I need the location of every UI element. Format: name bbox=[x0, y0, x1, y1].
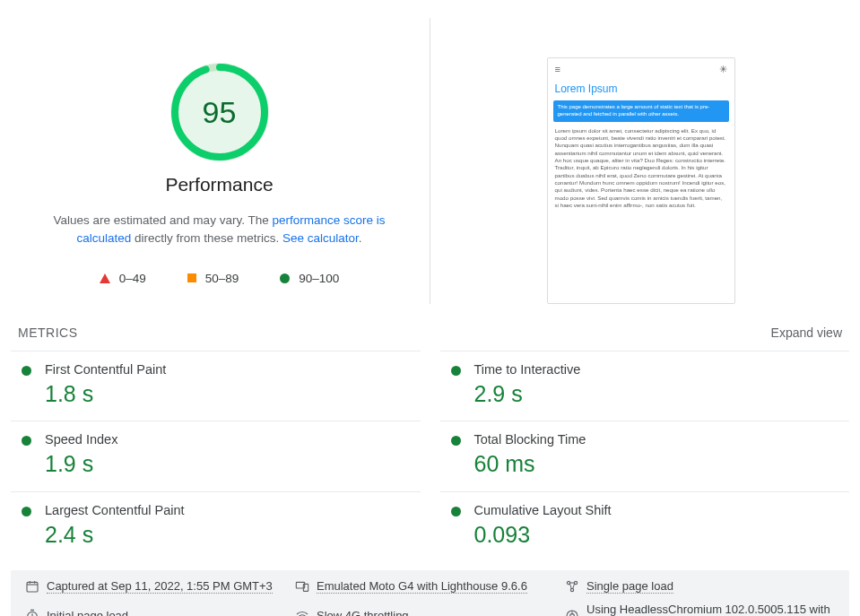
svg-point-7 bbox=[570, 588, 573, 591]
metric-tbt: Total Blocking Time 60 ms bbox=[440, 421, 850, 490]
metric-name: First Contentful Paint bbox=[45, 362, 413, 377]
performance-title: Performance bbox=[165, 174, 273, 195]
metrics-grid: First Contentful Paint 1.8 s Time to Int… bbox=[0, 340, 860, 561]
performance-gauge: 95 bbox=[170, 63, 269, 161]
env-text: Slow 4G throttling bbox=[317, 609, 409, 616]
see-calculator-link[interactable]: See calculator bbox=[282, 231, 359, 245]
env-chrome: Using HeadlessChromium 102.0.5005.115 wi… bbox=[565, 603, 835, 616]
svg-rect-2 bbox=[27, 582, 38, 592]
status-pass-icon bbox=[22, 366, 31, 376]
desc-text: Values are estimated and may vary. The bbox=[54, 213, 273, 227]
metric-name: Cumulative Layout Shift bbox=[474, 503, 843, 517]
env-initial-load: Initial page load bbox=[25, 603, 295, 616]
performance-score: 95 bbox=[170, 63, 269, 161]
performance-description: Values are estimated and may vary. The p… bbox=[36, 212, 403, 248]
legend-average-range: 50–89 bbox=[205, 272, 239, 285]
timer-icon bbox=[25, 609, 39, 616]
metric-name: Speed Index bbox=[45, 432, 413, 447]
score-legend: 0–49 50–89 90–100 bbox=[100, 272, 340, 285]
network-icon bbox=[565, 579, 579, 594]
metric-speed-index: Speed Index 1.9 s bbox=[11, 421, 421, 490]
metric-name: Time to Interactive bbox=[474, 362, 843, 377]
status-pass-icon bbox=[451, 366, 461, 376]
metric-name: Total Blocking Time bbox=[474, 432, 843, 447]
triangle-fail-icon bbox=[100, 273, 110, 283]
metric-lcp: Largest Contentful Paint 2.4 s bbox=[11, 491, 421, 561]
square-average-icon bbox=[187, 273, 196, 282]
metric-value: 60 ms bbox=[474, 450, 843, 478]
devices-icon bbox=[295, 579, 309, 594]
brightness-icon: ✳ bbox=[719, 64, 727, 75]
wifi-icon bbox=[295, 609, 309, 616]
desc-text-2: directly from these metrics. bbox=[131, 231, 282, 245]
env-throttling: Slow 4G throttling bbox=[295, 603, 565, 616]
env-emulated: Emulated Moto G4 with Lighthouse 9.6.6 bbox=[295, 579, 565, 594]
performance-summary: 95 Performance Values are estimated and … bbox=[9, 18, 430, 304]
metric-cls: Cumulative Layout Shift 0.093 bbox=[440, 491, 850, 561]
environment-info: Captured at Sep 11, 2022, 1:55 PM GMT+3 … bbox=[11, 570, 849, 616]
metric-name: Largest Contentful Paint bbox=[45, 503, 413, 517]
thumb-banner: This page demonstrates a large amount of… bbox=[553, 100, 729, 122]
legend-pass-range: 90–100 bbox=[299, 272, 339, 285]
env-text: Emulated Moto G4 with Lighthouse 9.6.6 bbox=[317, 579, 527, 594]
thumb-body: Lorem ipsum dolor sit amet, consectetur … bbox=[548, 126, 734, 212]
env-text: Captured at Sep 11, 2022, 1:55 PM GMT+3 bbox=[47, 579, 273, 594]
metric-value: 1.9 s bbox=[45, 450, 413, 478]
env-captured: Captured at Sep 11, 2022, 1:55 PM GMT+3 bbox=[25, 579, 295, 594]
status-pass-icon bbox=[22, 436, 31, 446]
calendar-icon bbox=[25, 579, 39, 594]
env-single-page: Single page load bbox=[565, 579, 835, 594]
legend-fail-range: 0–49 bbox=[119, 272, 146, 285]
desc-period: . bbox=[359, 231, 362, 245]
metric-fcp: First Contentful Paint 1.8 s bbox=[11, 351, 421, 421]
metric-value: 2.4 s bbox=[45, 521, 413, 549]
thumb-title: Lorem Ipsum bbox=[548, 81, 734, 99]
page-screenshot-thumbnail: ≡ ✳ Lorem Ipsum This page demonstrates a… bbox=[547, 57, 735, 304]
expand-view-toggle[interactable]: Expand view bbox=[771, 325, 842, 340]
chrome-icon bbox=[565, 609, 579, 616]
env-text: Using HeadlessChromium 102.0.5005.115 wi… bbox=[586, 603, 835, 616]
metric-tti: Time to Interactive 2.9 s bbox=[440, 351, 850, 421]
metric-value: 1.8 s bbox=[45, 380, 413, 408]
circle-pass-icon bbox=[280, 273, 290, 283]
legend-average: 50–89 bbox=[187, 272, 239, 285]
env-text: Initial page load bbox=[47, 609, 128, 616]
env-text: Single page load bbox=[586, 579, 673, 594]
metric-value: 0.093 bbox=[474, 521, 843, 549]
metrics-heading: METRICS bbox=[18, 325, 78, 340]
legend-pass: 90–100 bbox=[280, 272, 339, 285]
status-pass-icon bbox=[451, 507, 461, 516]
status-pass-icon bbox=[22, 507, 31, 516]
legend-fail: 0–49 bbox=[100, 272, 146, 285]
hamburger-icon: ≡ bbox=[555, 64, 560, 75]
status-pass-icon bbox=[451, 436, 461, 446]
metric-value: 2.9 s bbox=[474, 380, 843, 408]
